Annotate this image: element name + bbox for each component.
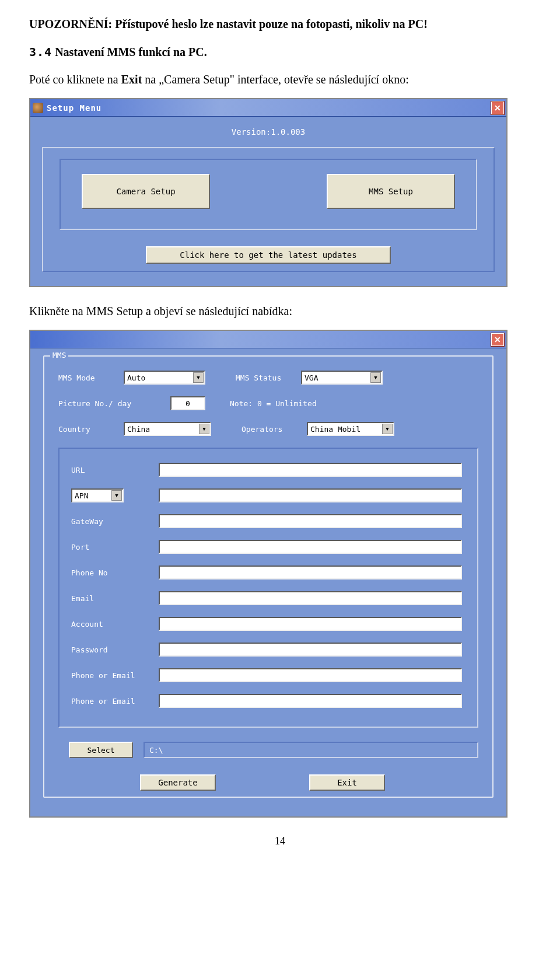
row-port: Port (71, 540, 466, 554)
camera-setup-button[interactable]: Camera Setup (82, 174, 210, 209)
email-label: Email (71, 594, 159, 603)
row-gateway: GateWay (71, 514, 466, 528)
para1-post: na „Camera Setup" interface, otevře se n… (142, 73, 408, 86)
phone-no-label: Phone No (71, 568, 159, 577)
panel-inner: Camera Setup MMS Setup (60, 159, 477, 230)
row-mode-status: MMS Mode Auto ▼ MMS Status VGA ▼ (58, 371, 478, 385)
setup-menu-window: Setup Menu ✕ Version:1.0.003 Camera Setu… (29, 98, 508, 287)
row-country-operator: Country China ▼ Operators China Mobil ▼ (58, 422, 478, 436)
setup-menu-titlebar: Setup Menu ✕ (30, 99, 506, 117)
url-input[interactable] (159, 463, 462, 477)
mms-fieldset: MMS MMS Mode Auto ▼ MMS Status VGA ▼ Pic… (43, 355, 494, 798)
password-input[interactable] (159, 643, 462, 657)
paragraph-1: Poté co kliknete na Exit na „Camera Setu… (29, 73, 531, 86)
country-value: China (127, 425, 150, 434)
paragraph-2: Klikněte na MMS Setup a objeví se násled… (29, 305, 531, 318)
operators-value: China Mobil (310, 425, 360, 434)
operators-label: Operators (242, 425, 300, 434)
password-label: Password (71, 645, 159, 654)
row-account: Account (71, 617, 466, 631)
country-combo[interactable]: China ▼ (124, 422, 211, 436)
generate-button[interactable]: Generate (140, 774, 216, 791)
updates-button[interactable]: Click here to get the latest updates (146, 246, 391, 264)
chevron-down-icon: ▼ (370, 372, 381, 383)
phone-or-email-2-input[interactable] (159, 694, 462, 708)
panel-outer: Camera Setup MMS Setup Click here to get… (42, 147, 495, 272)
apn-combo-value: APN (75, 491, 88, 500)
window-title: Setup Menu (47, 103, 491, 113)
para1-pre: Poté co kliknete na (29, 73, 121, 86)
para1-bold: Exit (121, 73, 142, 86)
apn-combo[interactable]: APN ▼ (71, 488, 124, 502)
mms-mode-label: MMS Mode (58, 373, 117, 382)
port-label: Port (71, 543, 159, 551)
phone-no-input[interactable] (159, 565, 462, 579)
path-display: C:\ (144, 742, 478, 758)
exit-button[interactable]: Exit (309, 774, 385, 791)
row-phone-no: Phone No (71, 565, 466, 579)
picture-no-input[interactable]: 0 (170, 396, 205, 410)
mms-mode-value: Auto (127, 373, 145, 382)
operators-combo[interactable]: China Mobil ▼ (307, 422, 394, 436)
chevron-down-icon: ▼ (111, 490, 122, 501)
picture-no-label: Picture No./ day (58, 399, 163, 408)
email-input[interactable] (159, 591, 462, 605)
phone-or-email-2-label: Phone or Email (71, 697, 159, 706)
gateway-label: GateWay (71, 517, 159, 526)
row-picture-no: Picture No./ day 0 Note: 0 = Unlimited (58, 396, 478, 410)
close-icon[interactable]: ✕ (491, 102, 504, 114)
mms-window: ✕ MMS MMS Mode Auto ▼ MMS Status VGA ▼ P… (29, 330, 508, 818)
section-number: 3.4 (29, 45, 52, 59)
mms-mode-combo[interactable]: Auto ▼ (124, 371, 205, 385)
row-phone-or-email-2: Phone or Email (71, 694, 466, 708)
apn-input[interactable] (159, 488, 462, 502)
mms-body: MMS MMS Mode Auto ▼ MMS Status VGA ▼ Pic… (30, 348, 506, 816)
page-number: 14 (29, 835, 531, 847)
button-row: Camera Setup MMS Setup (82, 174, 455, 209)
setup-menu-body: Version:1.0.003 Camera Setup MMS Setup C… (30, 117, 506, 286)
select-button[interactable]: Select (69, 742, 133, 758)
row-email: Email (71, 591, 466, 605)
phone-or-email-1-label: Phone or Email (71, 671, 159, 680)
mms-status-label: MMS Status (236, 373, 294, 382)
account-label: Account (71, 620, 159, 629)
close-icon[interactable]: ✕ (491, 333, 504, 346)
row-apn: APN ▼ (71, 488, 466, 502)
version-label: Version:1.0.003 (42, 127, 495, 137)
country-label: Country (58, 425, 117, 434)
chevron-down-icon: ▼ (199, 424, 209, 434)
port-input[interactable] (159, 540, 462, 554)
row-phone-or-email-1: Phone or Email (71, 668, 466, 682)
section-heading: 3.4 Nastavení MMS funkcí na PC. (29, 45, 531, 59)
mms-status-value: VGA (304, 373, 318, 382)
mms-titlebar: ✕ (30, 331, 506, 348)
mms-setup-button[interactable]: MMS Setup (327, 174, 455, 209)
row-password: Password (71, 643, 466, 657)
mms-status-combo[interactable]: VGA ▼ (301, 371, 383, 385)
generate-exit-row: Generate Exit (140, 774, 478, 791)
account-input[interactable] (159, 617, 462, 631)
gateway-input[interactable] (159, 514, 462, 528)
fieldset-legend: MMS (50, 351, 68, 359)
section-title: Nastavení MMS funkcí na PC. (55, 46, 207, 58)
note-text: Note: 0 = Unlimited (230, 399, 317, 408)
row-url: URL (71, 463, 466, 477)
warning-heading: UPOZORNĚNÍ: Přístupové heslo lze nastavi… (29, 18, 531, 31)
fields-frame: URL APN ▼ GateWay (58, 448, 478, 728)
url-label: URL (71, 466, 159, 474)
chevron-down-icon: ▼ (193, 372, 204, 383)
app-icon (33, 103, 43, 113)
phone-or-email-1-input[interactable] (159, 668, 462, 682)
chevron-down-icon: ▼ (382, 424, 393, 434)
path-row: Select C:\ (69, 742, 478, 758)
apn-label-combo-wrap: APN ▼ (71, 488, 159, 502)
